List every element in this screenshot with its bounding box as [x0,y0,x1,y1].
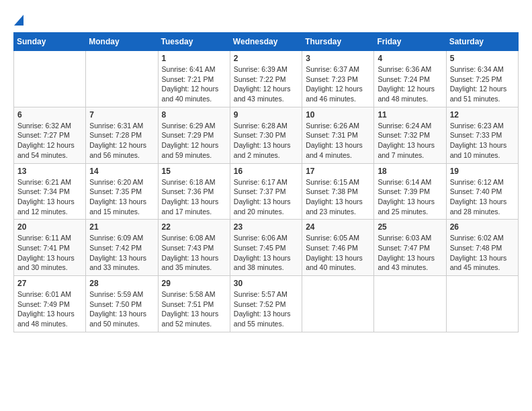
calendar-header-row: SundayMondayTuesdayWednesdayThursdayFrid… [14,33,519,51]
calendar-cell: 16Sunrise: 6:17 AMSunset: 7:37 PMDayligh… [230,163,302,220]
cell-info: Sunrise: 6:41 AMSunset: 7:21 PMDaylight:… [162,64,226,104]
cell-date-number: 30 [234,279,298,288]
calendar-cell: 22Sunrise: 6:08 AMSunset: 7:43 PMDayligh… [158,220,230,276]
calendar-cell: 10Sunrise: 6:26 AMSunset: 7:31 PMDayligh… [302,107,374,163]
calendar-cell: 30Sunrise: 5:57 AMSunset: 7:52 PMDayligh… [230,276,302,332]
cell-info: Sunrise: 6:32 AMSunset: 7:27 PMDaylight:… [17,121,82,161]
calendar-cell: 2Sunrise: 6:39 AMSunset: 7:22 PMDaylight… [230,51,302,107]
calendar-cell [14,51,86,107]
weekday-header-tuesday: Tuesday [158,33,230,51]
logo-triangle-icon [14,12,24,26]
cell-info: Sunrise: 6:20 AMSunset: 7:35 PMDaylight:… [89,177,154,217]
calendar-cell: 24Sunrise: 6:05 AMSunset: 7:46 PMDayligh… [302,220,374,276]
cell-info: Sunrise: 6:31 AMSunset: 7:28 PMDaylight:… [89,121,154,161]
calendar-cell: 26Sunrise: 6:02 AMSunset: 7:48 PMDayligh… [446,220,518,276]
cell-date-number: 27 [17,279,82,288]
cell-info: Sunrise: 6:39 AMSunset: 7:22 PMDaylight:… [234,64,298,104]
calendar-cell: 29Sunrise: 5:58 AMSunset: 7:51 PMDayligh… [158,276,230,332]
cell-info: Sunrise: 6:23 AMSunset: 7:33 PMDaylight:… [450,121,515,161]
cell-date-number: 19 [450,167,515,176]
calendar-cell: 5Sunrise: 6:34 AMSunset: 7:25 PMDaylight… [446,51,518,107]
cell-date-number: 3 [306,54,370,63]
calendar-cell [374,276,446,332]
cell-date-number: 2 [234,54,298,63]
calendar-week-row: 1Sunrise: 6:41 AMSunset: 7:21 PMDaylight… [14,51,519,107]
calendar-cell: 13Sunrise: 6:21 AMSunset: 7:34 PMDayligh… [14,163,86,220]
cell-info: Sunrise: 5:58 AMSunset: 7:51 PMDaylight:… [162,289,226,329]
calendar-cell: 1Sunrise: 6:41 AMSunset: 7:21 PMDaylight… [158,51,230,107]
cell-date-number: 9 [234,110,298,120]
cell-info: Sunrise: 6:37 AMSunset: 7:23 PMDaylight:… [306,64,370,104]
cell-date-number: 22 [162,222,226,232]
cell-date-number: 15 [162,167,226,176]
cell-info: Sunrise: 6:28 AMSunset: 7:30 PMDaylight:… [234,121,298,161]
calendar-week-row: 20Sunrise: 6:11 AMSunset: 7:41 PMDayligh… [14,220,519,276]
cell-info: Sunrise: 6:36 AMSunset: 7:24 PMDaylight:… [378,64,442,104]
cell-info: Sunrise: 6:14 AMSunset: 7:39 PMDaylight:… [378,177,442,217]
cell-info: Sunrise: 6:21 AMSunset: 7:34 PMDaylight:… [17,177,82,217]
calendar-cell: 21Sunrise: 6:09 AMSunset: 7:42 PMDayligh… [86,220,158,276]
cell-info: Sunrise: 6:05 AMSunset: 7:46 PMDaylight:… [306,233,370,273]
calendar-cell: 15Sunrise: 6:18 AMSunset: 7:36 PMDayligh… [158,163,230,220]
page-header [13,13,519,26]
cell-date-number: 17 [306,167,370,176]
cell-date-number: 4 [378,54,442,63]
calendar-cell: 8Sunrise: 6:29 AMSunset: 7:29 PMDaylight… [158,107,230,163]
cell-date-number: 13 [17,167,82,176]
cell-info: Sunrise: 5:57 AMSunset: 7:52 PMDaylight:… [234,289,298,329]
calendar-cell: 6Sunrise: 6:32 AMSunset: 7:27 PMDaylight… [14,107,86,163]
cell-date-number: 16 [234,167,298,176]
calendar-cell: 9Sunrise: 6:28 AMSunset: 7:30 PMDaylight… [230,107,302,163]
calendar-cell: 23Sunrise: 6:06 AMSunset: 7:45 PMDayligh… [230,220,302,276]
cell-date-number: 5 [450,54,515,63]
cell-info: Sunrise: 6:15 AMSunset: 7:38 PMDaylight:… [306,177,370,217]
cell-info: Sunrise: 6:26 AMSunset: 7:31 PMDaylight:… [306,121,370,161]
calendar-week-row: 13Sunrise: 6:21 AMSunset: 7:34 PMDayligh… [14,163,519,220]
cell-date-number: 24 [306,222,370,232]
calendar-cell: 25Sunrise: 6:03 AMSunset: 7:47 PMDayligh… [374,220,446,276]
cell-info: Sunrise: 6:17 AMSunset: 7:37 PMDaylight:… [234,177,298,217]
calendar-cell: 19Sunrise: 6:12 AMSunset: 7:40 PMDayligh… [446,163,518,220]
cell-info: Sunrise: 6:09 AMSunset: 7:42 PMDaylight:… [89,233,154,273]
cell-date-number: 28 [89,279,154,288]
weekday-header-thursday: Thursday [302,33,374,51]
weekday-header-sunday: Sunday [14,33,86,51]
cell-date-number: 11 [378,110,442,120]
cell-date-number: 6 [17,110,82,120]
weekday-header-saturday: Saturday [446,33,518,51]
calendar-cell: 3Sunrise: 6:37 AMSunset: 7:23 PMDaylight… [302,51,374,107]
cell-info: Sunrise: 6:29 AMSunset: 7:29 PMDaylight:… [162,121,226,161]
cell-info: Sunrise: 6:12 AMSunset: 7:40 PMDaylight:… [450,177,515,217]
cell-date-number: 1 [162,54,226,63]
cell-info: Sunrise: 6:06 AMSunset: 7:45 PMDaylight:… [234,233,298,273]
cell-info: Sunrise: 6:18 AMSunset: 7:36 PMDaylight:… [162,177,226,217]
cell-info: Sunrise: 6:02 AMSunset: 7:48 PMDaylight:… [450,233,515,273]
calendar-cell: 7Sunrise: 6:31 AMSunset: 7:28 PMDaylight… [86,107,158,163]
cell-info: Sunrise: 6:24 AMSunset: 7:32 PMDaylight:… [378,121,442,161]
cell-date-number: 7 [89,110,154,120]
cell-date-number: 18 [378,167,442,176]
cell-date-number: 25 [378,222,442,232]
cell-date-number: 12 [450,110,515,120]
cell-info: Sunrise: 6:01 AMSunset: 7:49 PMDaylight:… [17,289,82,329]
cell-date-number: 10 [306,110,370,120]
cell-date-number: 23 [234,222,298,232]
calendar-table: SundayMondayTuesdayWednesdayThursdayFrid… [13,32,519,332]
calendar-cell: 17Sunrise: 6:15 AMSunset: 7:38 PMDayligh… [302,163,374,220]
weekday-header-wednesday: Wednesday [230,33,302,51]
cell-info: Sunrise: 5:59 AMSunset: 7:50 PMDaylight:… [89,289,154,329]
cell-date-number: 26 [450,222,515,232]
calendar-cell [302,276,374,332]
cell-info: Sunrise: 6:11 AMSunset: 7:41 PMDaylight:… [17,233,82,273]
cell-date-number: 14 [89,167,154,176]
cell-date-number: 8 [162,110,226,120]
calendar-cell: 4Sunrise: 6:36 AMSunset: 7:24 PMDaylight… [374,51,446,107]
svg-marker-0 [14,15,24,26]
cell-date-number: 29 [162,279,226,288]
calendar-cell: 28Sunrise: 5:59 AMSunset: 7:50 PMDayligh… [86,276,158,332]
calendar-week-row: 27Sunrise: 6:01 AMSunset: 7:49 PMDayligh… [14,276,519,332]
weekday-header-monday: Monday [86,33,158,51]
cell-date-number: 21 [89,222,154,232]
calendar-week-row: 6Sunrise: 6:32 AMSunset: 7:27 PMDaylight… [14,107,519,163]
calendar-cell: 14Sunrise: 6:20 AMSunset: 7:35 PMDayligh… [86,163,158,220]
